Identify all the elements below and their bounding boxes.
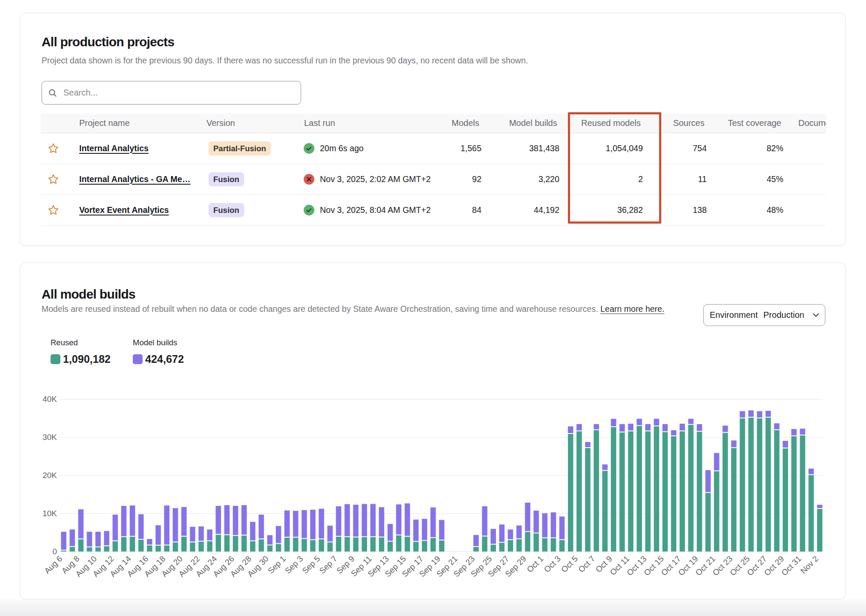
svg-text:30K: 30K	[42, 433, 57, 442]
svg-text:Sep 3: Sep 3	[283, 554, 305, 575]
svg-text:Oct 31: Oct 31	[779, 554, 803, 577]
svg-text:Sep 7: Sep 7	[317, 554, 339, 575]
svg-text:Oct 1: Oct 1	[525, 554, 545, 574]
svg-text:Oct 3: Oct 3	[542, 554, 562, 574]
svg-text:Sep 1: Sep 1	[266, 554, 287, 575]
svg-text:Oct 5: Oct 5	[559, 554, 579, 574]
svg-text:Sep 5: Sep 5	[300, 554, 322, 575]
svg-text:10K: 10K	[42, 509, 57, 518]
svg-text:40K: 40K	[42, 395, 57, 404]
svg-text:0: 0	[52, 547, 57, 556]
svg-text:Oct 7: Oct 7	[576, 554, 597, 574]
svg-text:20K: 20K	[42, 471, 57, 480]
svg-text:Aug 6: Aug 6	[43, 554, 64, 575]
svg-text:Nov 2: Nov 2	[799, 554, 820, 575]
